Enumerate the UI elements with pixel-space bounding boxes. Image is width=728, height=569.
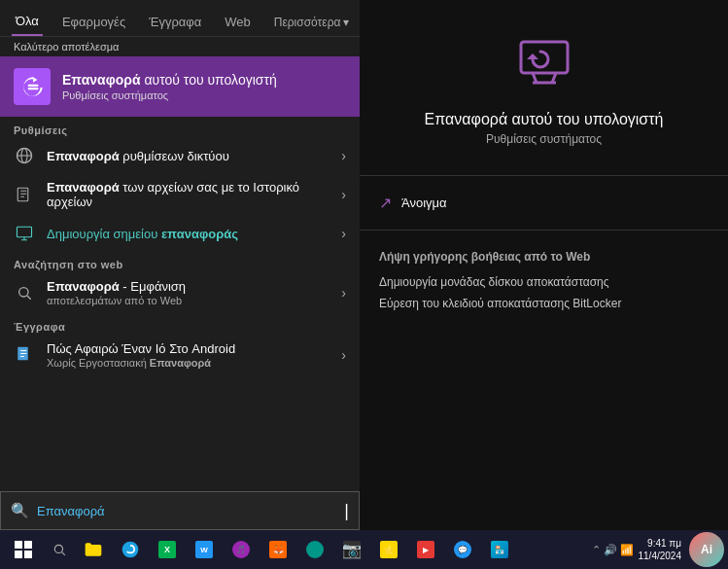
monitor-restore-icon [14, 223, 35, 244]
taskbar-app-orange[interactable]: 🦊 [260, 532, 295, 567]
tab-apps[interactable]: Εφαρμογές [58, 9, 129, 35]
taskbar-app-red[interactable]: ▶ [408, 532, 443, 567]
quick-help-item-1[interactable]: Εύρεση του κλειδιού αποκατάστασης BitLoc… [379, 293, 709, 314]
taskbar-apps: X W 🎵 🦊 📷 ⭐ ▶ 💬 🏪 [76, 532, 584, 567]
quick-help-item-0[interactable]: Δημιουργία μονάδας δίσκου αποκατάστασης [379, 271, 709, 293]
svg-rect-16 [24, 541, 32, 549]
best-result-label: Καλύτερο αποτέλεσμα [0, 37, 360, 53]
tab-web[interactable]: Web [221, 9, 255, 35]
chevron-right-icon: › [341, 285, 346, 301]
open-button[interactable]: ↗ Άνοιγμα [360, 186, 728, 220]
taskbar-edge[interactable] [113, 532, 148, 567]
taskbar-app-store[interactable]: 🏪 [482, 532, 517, 567]
result-web-search[interactable]: Επαναφορά - Εμφάνιση αποτελεσμάτων από τ… [0, 272, 360, 313]
taskbar-search[interactable] [45, 534, 74, 565]
svg-line-8 [27, 296, 31, 300]
tab-all[interactable]: Όλα [12, 8, 43, 36]
svg-rect-1 [28, 85, 39, 87]
taskbar-app-blue2[interactable]: W [187, 532, 222, 567]
result-create-restore-point[interactable]: Δημιουργία σημείου επαναφοράς › [0, 216, 360, 251]
taskbar-tray: ⌃ 🔊 📶 9:41 πμ 11/4/2024 [586, 537, 687, 562]
ai-button[interactable]: Ai [689, 532, 724, 567]
chevron-right-icon: › [341, 187, 346, 202]
result-file-history[interactable]: Επαναφορά των αρχείων σας με το Ιστορικό… [0, 173, 360, 216]
right-restore-icon [510, 29, 578, 97]
svg-point-21 [122, 542, 139, 558]
taskbar-app-green[interactable]: X [150, 532, 185, 567]
best-result-subtitle: Ρυθμίσεις συστήματος [62, 89, 277, 101]
taskbar-time: 9:41 πμ 11/4/2024 [639, 537, 682, 562]
chevron-right-icon: › [341, 148, 346, 163]
svg-point-7 [19, 288, 28, 297]
web-label: Αναζήτηση στο web [0, 251, 360, 272]
divider2 [360, 230, 728, 231]
start-button[interactable] [4, 530, 43, 569]
svg-rect-15 [15, 541, 22, 549]
svg-rect-10 [521, 42, 568, 73]
taskbar-app-chat[interactable]: 💬 [445, 532, 480, 567]
search-icon: 🔍 [11, 502, 29, 519]
settings-label: Ρυθμίσεις [0, 117, 360, 138]
globe-icon [14, 145, 35, 166]
svg-rect-5 [17, 188, 28, 201]
taskbar-app-camera[interactable]: 📷 [334, 532, 369, 567]
search-panel: Όλα Εφαρμογές Έγγραφα Web Περισσότερα ▾ … [0, 0, 360, 530]
quick-help-title: Λήψη γρήγορης βοήθειας από το Web [379, 250, 709, 264]
chevron-right-icon: › [341, 347, 346, 363]
quick-help-section: Λήψη γρήγορης βοήθειας από το Web Δημιου… [360, 240, 728, 320]
search-bar[interactable]: 🔍 Επαναφορά | [0, 491, 360, 530]
tabs-row: Όλα Εφαρμογές Έγγραφα Web Περισσότερα ▾ [0, 0, 360, 37]
taskbar: X W 🎵 🦊 📷 ⭐ ▶ 💬 🏪 ⌃ 🔊 📶 [0, 530, 728, 569]
best-result-title: Επαναφορά αυτού του υπολογιστή [62, 72, 277, 88]
taskbar-app-yellow[interactable]: ⭐ [371, 532, 406, 567]
text-cursor: | [344, 501, 349, 521]
documents-label: Έγγραφα [0, 313, 360, 335]
search-web-icon [14, 282, 35, 303]
right-panel: Επαναφορά αυτού του υπολογιστή Ρυθμίσεις… [360, 0, 728, 530]
restore-icon [14, 68, 51, 105]
result-network-reset[interactable]: Επαναφορά ρυθμίσεων δικτύου › [0, 138, 360, 173]
svg-point-19 [54, 545, 62, 552]
open-label: Άνοιγμα [401, 196, 447, 210]
right-top-section: Επαναφορά αυτού του υπολογιστή Ρυθμίσεις… [360, 0, 728, 165]
best-result-section: Καλύτερο αποτέλεσμα Επαναφορά αυτού του … [0, 37, 360, 117]
tab-more[interactable]: Περισσότερα ▾ [270, 10, 354, 35]
file-history-text: Επαναφορά των αρχείων σας με το Ιστορικό… [47, 180, 329, 209]
best-result-text: Επαναφορά αυτού του υπολογιστή Ρυθμίσεις… [62, 72, 277, 101]
result-document[interactable]: Πώς Αφαιρώ Έναν Ιό Στο Android Χωρίς Εργ… [0, 335, 360, 375]
create-restore-text: Δημιουργία σημείου επαναφοράς [47, 227, 329, 241]
document-icon [14, 344, 35, 366]
tray-icons: ⌃ 🔊 📶 [592, 544, 634, 556]
chevron-right-icon: › [341, 226, 346, 241]
svg-marker-14 [527, 53, 538, 59]
svg-rect-18 [24, 551, 32, 558]
svg-rect-6 [17, 227, 32, 237]
svg-rect-0 [28, 88, 39, 89]
svg-rect-17 [15, 551, 22, 558]
taskbar-app-purple[interactable]: 🎵 [224, 532, 259, 567]
right-subtitle: Ρυθμίσεις συστήματος [486, 132, 602, 146]
file-history-icon [14, 184, 35, 205]
network-reset-text: Επαναφορά ρυθμίσεων δικτύου [47, 149, 329, 163]
open-icon: ↗ [379, 194, 392, 212]
tab-docs[interactable]: Έγγραφα [145, 9, 205, 35]
taskbar-app-teal[interactable] [297, 532, 332, 567]
taskbar-file-explorer[interactable] [76, 532, 111, 567]
document-text: Πώς Αφαιρώ Έναν Ιό Στο Android Χωρίς Εργ… [47, 341, 329, 369]
svg-line-20 [62, 552, 65, 555]
right-title: Επαναφορά αυτού του υπολογιστή [425, 111, 664, 128]
best-result-item[interactable]: Επαναφορά αυτού του υπολογιστή Ρυθμίσεις… [0, 56, 360, 117]
chevron-down-icon: ▾ [343, 16, 349, 29]
search-input[interactable]: Επαναφορά [37, 504, 336, 518]
web-search-text: Επαναφορά - Εμφάνιση αποτελεσμάτων από τ… [47, 279, 329, 306]
divider [360, 175, 728, 176]
